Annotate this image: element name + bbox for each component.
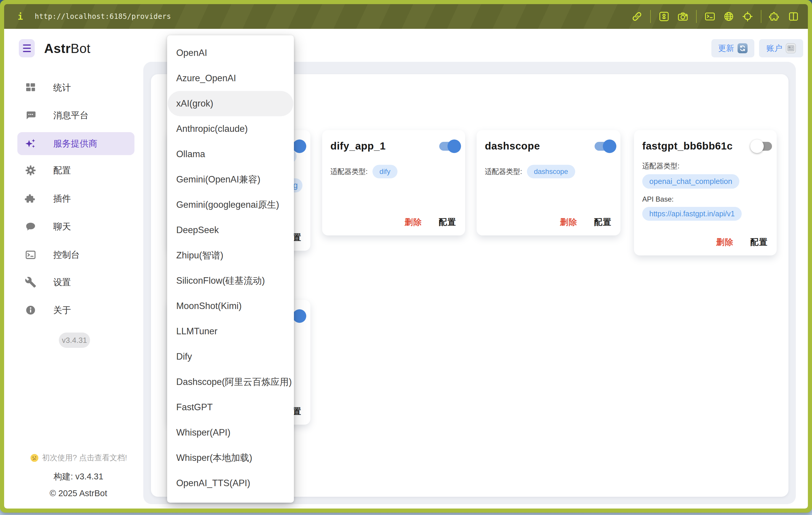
dropdown-item[interactable]: DeepSeek xyxy=(168,218,293,243)
crosshair-icon[interactable] xyxy=(742,11,753,22)
adapter-type-tag: dashscope xyxy=(527,165,575,178)
dropdown-item-label: Zhipu(智谱) xyxy=(176,249,223,262)
docs-help-link[interactable]: 初次使用? 点击查看文档! xyxy=(30,453,127,463)
configure-button[interactable]: 配置 xyxy=(750,237,768,248)
provider-name: dashscope xyxy=(485,140,612,152)
sidebar-item-message-platform[interactable]: 消息平台 xyxy=(17,106,135,125)
dropdown-item[interactable]: Azure_OpenAI xyxy=(168,66,293,91)
dropdown-item-label: Gemini(OpenAI兼容) xyxy=(176,173,260,186)
copyright-text: © 2025 AstrBot xyxy=(4,488,153,498)
dropdown-item-label: FastGPT xyxy=(176,402,213,412)
dropdown-item-label: Whisper(本地加载) xyxy=(176,452,252,464)
dropdown-item[interactable]: Gemini(OpenAI兼容) xyxy=(168,167,293,192)
sidebar-item-label: 关于 xyxy=(53,304,71,316)
chat-bubble-icon xyxy=(24,221,37,233)
newspaper-emoji-icon xyxy=(786,43,796,53)
dropdown-item[interactable]: Zhipu(智谱) xyxy=(168,243,293,268)
split-view-icon[interactable] xyxy=(788,11,799,22)
adapter-type-label: 适配器类型: xyxy=(485,167,522,176)
sidebar-item-label: 消息平台 xyxy=(53,110,89,121)
camera-icon[interactable] xyxy=(677,11,689,22)
dropdown-item[interactable]: Gemini(googlegenai原生) xyxy=(168,192,293,218)
app-logo: AstrBot xyxy=(44,39,91,58)
browser-titlebar: i http://localhost:6185/providers xyxy=(4,4,808,29)
app-content: AstrBot 更新 账户 统计 消息平台 服务提供商 配置 插件 xyxy=(4,29,808,509)
dropdown-item-label: SiliconFlow(硅基流动) xyxy=(176,275,265,287)
provider-type-dropdown: OpenAI Azure_OpenAI xAI(grok) Anthropic(… xyxy=(167,35,294,503)
api-base-tag: https://api.fastgpt.in/api/v1 xyxy=(642,207,742,221)
console-icon xyxy=(24,249,37,261)
link-icon[interactable] xyxy=(631,11,642,22)
configure-button[interactable]: 配置 xyxy=(439,217,456,228)
sidebar-item-settings[interactable]: 设置 xyxy=(17,273,135,292)
sidebar-item-providers[interactable]: 服务提供商 xyxy=(17,132,135,155)
sidebar-item-about[interactable]: 关于 xyxy=(17,301,135,320)
sidebar-item-chat[interactable]: 聊天 xyxy=(17,217,135,236)
dropdown-item-label: Azure_OpenAI xyxy=(176,73,236,84)
dropdown-item[interactable]: LLMTuner xyxy=(168,319,293,344)
sidebar-item-label: 服务提供商 xyxy=(53,138,97,150)
dropdown-item[interactable]: FastGPT xyxy=(168,395,293,420)
sidebar-item-plugins[interactable]: 插件 xyxy=(17,189,135,208)
dropdown-item-label: LLMTuner xyxy=(176,326,218,337)
dropdown-item-label: Ollama xyxy=(176,149,205,160)
delete-button[interactable]: 删除 xyxy=(560,217,578,228)
provider-name: dify_app_1 xyxy=(330,140,457,152)
dropdown-item-label: Dify xyxy=(176,351,192,362)
provider-card: dify_app_1 适配器类型: dify 删除 配置 xyxy=(322,130,465,235)
dropdown-item[interactable]: Anthropic(claude) xyxy=(168,116,293,142)
menu-toggle-button[interactable] xyxy=(19,39,35,57)
sparkles-icon xyxy=(24,137,37,150)
api-base-label: API Base: xyxy=(642,195,768,203)
puzzle-icon[interactable] xyxy=(769,11,780,22)
provider-enabled-toggle[interactable] xyxy=(594,140,616,153)
update-button[interactable]: 更新 xyxy=(712,39,754,57)
gear-icon xyxy=(24,164,37,177)
dropdown-item-label: Dashscope(阿里云百炼应用) xyxy=(176,376,292,388)
version-badge: v3.4.31 xyxy=(59,333,90,348)
dropdown-item[interactable]: SiliconFlow(硅基流动) xyxy=(168,268,293,293)
configure-button[interactable]: 配置 xyxy=(594,217,612,228)
dropdown-item-label: OpenAI xyxy=(176,48,207,58)
update-button-label: 更新 xyxy=(718,43,734,54)
provider-enabled-toggle[interactable] xyxy=(750,140,773,153)
dashboard-icon xyxy=(24,82,37,94)
sidebar-item-statistics[interactable]: 统计 xyxy=(17,78,135,97)
image-icon[interactable] xyxy=(659,11,670,22)
sidebar-item-label: 插件 xyxy=(53,193,71,205)
dropdown-item[interactable]: OpenAI_TTS(API) xyxy=(168,470,293,496)
titlebar-separator xyxy=(761,10,761,23)
dropdown-item-label: Anthropic(claude) xyxy=(176,123,248,134)
provider-card: fastgpt_bb6bb61c 适配器类型: openai_chat_comp… xyxy=(634,130,777,255)
account-button[interactable]: 账户 xyxy=(759,39,803,57)
dropdown-item[interactable]: Dify xyxy=(168,344,293,369)
provider-card: dashscope 适配器类型: dashscope 删除 配置 xyxy=(476,130,620,235)
dropdown-item[interactable]: MoonShot(Kimi) xyxy=(168,293,293,319)
adapter-type-tag: openai_chat_completion xyxy=(642,174,740,189)
provider-enabled-toggle[interactable] xyxy=(439,140,461,153)
sidebar-item-label: 设置 xyxy=(53,276,71,288)
sidebar-item-label: 统计 xyxy=(53,82,71,94)
dropdown-item[interactable]: Whisper(API) xyxy=(168,420,293,445)
dropdown-item[interactable]: Dashscope(阿里云百炼应用) xyxy=(168,369,293,395)
delete-button[interactable]: 删除 xyxy=(405,217,422,228)
dropdown-item[interactable]: Whisper(本地加载) xyxy=(168,445,293,470)
sidebar-item-console[interactable]: 控制台 xyxy=(17,246,135,264)
terminal-icon[interactable] xyxy=(704,11,716,22)
dropdown-item[interactable]: xAI(grok) xyxy=(168,91,293,116)
adapter-type-label: 适配器类型: xyxy=(642,161,768,171)
sidebar-item-label: 配置 xyxy=(53,165,71,177)
delete-button[interactable]: 删除 xyxy=(716,237,734,248)
sidebar-item-label: 控制台 xyxy=(53,249,80,261)
dropdown-item[interactable]: Ollama xyxy=(168,142,293,167)
refresh-emoji-icon xyxy=(737,43,748,53)
account-button-label: 账户 xyxy=(766,43,782,54)
thinking-face-emoji xyxy=(30,453,39,463)
info-icon xyxy=(24,304,37,316)
sidebar-item-label: 聊天 xyxy=(53,221,71,233)
dropdown-item[interactable]: OpenAI xyxy=(168,40,293,66)
adapter-type-label: 适配器类型: xyxy=(330,167,368,176)
globe-icon[interactable] xyxy=(723,11,734,22)
sidebar-item-config[interactable]: 配置 xyxy=(17,161,135,180)
puzzle-icon xyxy=(24,193,37,205)
